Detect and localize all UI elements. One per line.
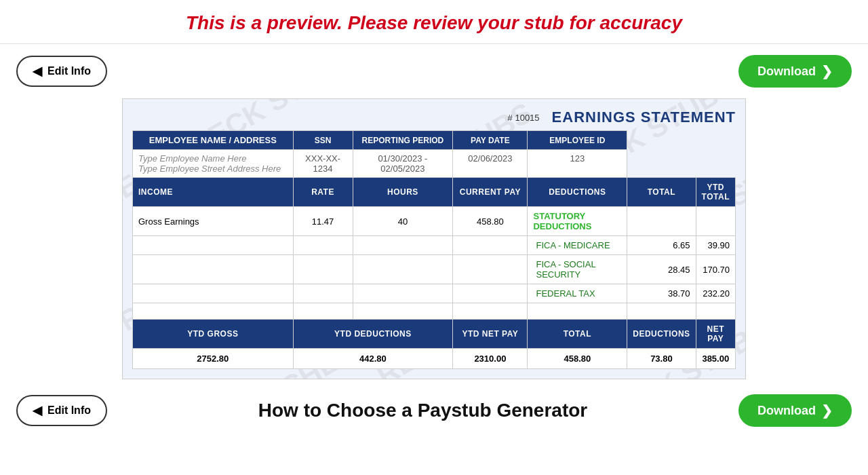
deductions-summary-value: 73.80 xyxy=(627,349,696,369)
rate-col-header: RATE xyxy=(293,178,353,207)
stub-title: EARNINGS STATEMENT xyxy=(552,109,736,126)
fica-ss-current-pay-spacer xyxy=(453,255,528,284)
gross-earnings-rate: 11.47 xyxy=(293,207,353,236)
top-toolbar: ◀ Edit Info Download ❯ xyxy=(0,44,868,98)
spacer-row xyxy=(133,303,736,320)
stub-header: # 10015 EARNINGS STATEMENT xyxy=(132,109,736,126)
total-col-header: TOTAL xyxy=(627,178,696,207)
hours-col-header: HOURS xyxy=(353,178,453,207)
federal-tax-ytd: 232.20 xyxy=(696,284,735,303)
income-col-header: INCOME xyxy=(133,178,294,207)
ytd-net-pay-header: YTD NET PAY xyxy=(453,320,528,349)
fica-medicare-ytd: 39.90 xyxy=(696,236,735,255)
total-summary-header: TOTAL xyxy=(528,320,627,349)
ytd-gross-value: 2752.80 xyxy=(133,349,294,369)
income-header-row: INCOME RATE HOURS CURRENT PAY DEDUCTIONS… xyxy=(133,178,736,207)
stub-table: EMPLOYEE NAME / ADDRESS SSN REPORTING PE… xyxy=(132,130,736,369)
fica-ss-income-spacer xyxy=(133,255,294,284)
federal-tax-income-spacer xyxy=(133,284,294,303)
net-pay-value: 385.00 xyxy=(696,349,735,369)
bottom-cta-text: How to Choose a Paystub Generator xyxy=(107,400,738,421)
employee-header-row: EMPLOYEE NAME / ADDRESS SSN REPORTING PE… xyxy=(133,131,736,150)
chevron-left-icon: ◀ xyxy=(33,64,42,79)
spacer-6 xyxy=(627,303,696,320)
fica-medicare-current-pay-spacer xyxy=(453,236,528,255)
fica-social-security-row: FICA - SOCIAL SECURITY 28.45 170.70 xyxy=(133,255,736,284)
fica-social-security-ytd: 170.70 xyxy=(696,255,735,284)
bottom-toolbar: ◀ Edit Info How to Choose a Paystub Gene… xyxy=(0,382,868,439)
gross-earnings-label: Gross Earnings xyxy=(133,207,294,236)
employee-id-header: EMPLOYEE ID xyxy=(528,131,627,150)
ytd-deductions-value: 442.80 xyxy=(293,349,453,369)
reporting-period-header: REPORTING PERIOD xyxy=(353,131,453,150)
download-button-top[interactable]: Download ❯ xyxy=(738,55,852,88)
chevron-right-icon-top: ❯ xyxy=(821,63,833,79)
fica-ss-rate-spacer xyxy=(293,255,353,284)
preview-banner-text: This is a preview. Please review your st… xyxy=(0,12,868,34)
spacer-7 xyxy=(696,303,735,320)
download-label-bottom: Download xyxy=(757,404,816,418)
federal-tax-hours-spacer xyxy=(353,284,453,303)
employee-name-address-header: EMPLOYEE NAME / ADDRESS xyxy=(133,131,294,150)
gross-earnings-ytd xyxy=(696,207,735,236)
ytd-total-col-header: YTD TOTAL xyxy=(696,178,735,207)
employee-name: Type Employee Name Here xyxy=(138,153,288,164)
edit-info-label-top: Edit Info xyxy=(47,65,91,77)
fica-social-security-total: 28.45 xyxy=(627,255,696,284)
fica-social-security-label: FICA - SOCIAL SECURITY xyxy=(528,255,627,284)
summary-data-row: 2752.80 442.80 2310.00 458.80 73.80 385.… xyxy=(133,349,736,369)
deductions-summary-header: DEDUCTIONS xyxy=(627,320,696,349)
chevron-left-icon-bottom: ◀ xyxy=(33,403,42,418)
federal-tax-current-pay-spacer xyxy=(453,284,528,303)
download-label-top: Download xyxy=(757,64,816,79)
federal-tax-label: FEDERAL TAX xyxy=(528,284,627,303)
fica-medicare-label: FICA - MEDICARE xyxy=(528,236,627,255)
net-pay-header: NET PAY xyxy=(696,320,735,349)
deductions-col-header: DEDUCTIONS xyxy=(528,178,627,207)
employee-name-address-data: Type Employee Name Here Type Employee St… xyxy=(133,150,294,178)
edit-info-button-bottom[interactable]: ◀ Edit Info xyxy=(16,395,107,426)
federal-tax-row: FEDERAL TAX 38.70 232.20 xyxy=(133,284,736,303)
ytd-gross-header: YTD GROSS xyxy=(133,320,294,349)
pay-date-value: 02/06/2023 xyxy=(453,150,528,178)
spacer-5 xyxy=(528,303,627,320)
total-summary-value: 458.80 xyxy=(528,349,627,369)
ssn-value: XXX-XX-1234 xyxy=(293,150,353,178)
reporting-period-value: 01/30/2023 - 02/05/2023 xyxy=(353,150,453,178)
federal-tax-rate-spacer xyxy=(293,284,353,303)
stub-number: # 10015 xyxy=(508,113,540,123)
spacer-4 xyxy=(453,303,528,320)
chevron-right-icon-bottom: ❯ xyxy=(821,402,833,419)
ytd-net-pay-value: 2310.00 xyxy=(453,349,528,369)
fica-medicare-rate-spacer xyxy=(293,236,353,255)
summary-header-row: YTD GROSS YTD DEDUCTIONS YTD NET PAY TOT… xyxy=(133,320,736,349)
employee-id-value: 123 xyxy=(528,150,627,178)
download-button-bottom[interactable]: Download ❯ xyxy=(738,394,852,427)
spacer-2 xyxy=(293,303,353,320)
fica-medicare-income-spacer xyxy=(133,236,294,255)
gross-earnings-row: Gross Earnings 11.47 40 458.80 STATUTORY… xyxy=(133,207,736,236)
fica-ss-hours-spacer xyxy=(353,255,453,284)
statutory-deductions-label: STATUTORY DEDUCTIONS xyxy=(528,207,627,236)
current-pay-col-header: CURRENT PAY xyxy=(453,178,528,207)
fica-medicare-hours-spacer xyxy=(353,236,453,255)
edit-info-button-top[interactable]: ◀ Edit Info xyxy=(16,56,107,87)
ytd-deductions-header: YTD DEDUCTIONS xyxy=(293,320,453,349)
paystub-container: REAL CHECK STUBS REAL CHECK STUBS REAL C… xyxy=(122,98,746,379)
gross-earnings-total xyxy=(627,207,696,236)
employee-address: Type Employee Street Address Here xyxy=(138,164,288,174)
fica-medicare-row: FICA - MEDICARE 6.65 39.90 xyxy=(133,236,736,255)
pay-date-header: PAY DATE xyxy=(453,131,528,150)
ssn-header: SSN xyxy=(293,131,353,150)
federal-tax-total: 38.70 xyxy=(627,284,696,303)
employee-data-row: Type Employee Name Here Type Employee St… xyxy=(133,150,736,178)
gross-earnings-current-pay: 458.80 xyxy=(453,207,528,236)
spacer-3 xyxy=(353,303,453,320)
gross-earnings-hours: 40 xyxy=(353,207,453,236)
fica-medicare-total: 6.65 xyxy=(627,236,696,255)
spacer-1 xyxy=(133,303,294,320)
edit-info-label-bottom: Edit Info xyxy=(47,404,91,417)
preview-banner-section: This is a preview. Please review your st… xyxy=(0,0,868,44)
